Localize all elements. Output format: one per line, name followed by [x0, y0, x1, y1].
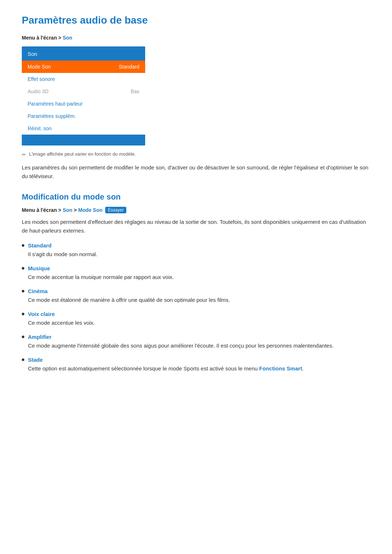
- mode-desc-amplifier: Ce mode augmente l'intensité globale des…: [28, 341, 370, 350]
- pencil-icon: ✏: [22, 152, 26, 157]
- breadcrumb2-prefix: Menu à l'écran >: [22, 207, 61, 213]
- menu-row-label-mode-son: Mode Son: [28, 64, 51, 70]
- bullet-dot-amplifier: [22, 336, 24, 338]
- breadcrumb2-sep1: >: [74, 207, 77, 213]
- menu-row-reinit[interactable]: Réinit. son: [22, 122, 145, 135]
- breadcrumb: Menu à l'écran > Son: [22, 35, 370, 41]
- mode-name-stade: Stade: [28, 357, 43, 363]
- mode-name-amplifier: Amplifier: [28, 334, 52, 340]
- mode-bullet-row-standard: Standard: [22, 242, 370, 249]
- menu-row-value-audio3d: Bas: [131, 89, 139, 94]
- mode-bullet-row-musique: Musique: [22, 265, 370, 271]
- section-title: Modification du mode son: [22, 192, 370, 202]
- breadcrumb-son-link[interactable]: Son: [63, 35, 72, 41]
- mode-name-standard: Standard: [28, 242, 52, 249]
- list-item-musique: Musique Ce mode accentue la musique norm…: [22, 265, 370, 282]
- description: Les paramètres du son permettent de modi…: [22, 163, 370, 181]
- menu-row-mode-son[interactable]: Mode Son Standard: [22, 61, 145, 73]
- list-item-amplifier: Amplifier Ce mode augmente l'intensité g…: [22, 334, 370, 350]
- breadcrumb2: Menu à l'écran > Son > Mode SonEssayer: [22, 207, 370, 213]
- list-item-voix-claire: Voix claire Ce mode accentue les voix.: [22, 311, 370, 327]
- menu-header: Son: [22, 46, 145, 61]
- menu-row-label-supplem: Paramètres supplém.: [28, 113, 76, 119]
- bullet-dot-voix-claire: [22, 313, 24, 315]
- mode-desc-cinema: Ce mode est étalonné de manière à offrir…: [28, 296, 370, 304]
- breadcrumb2-son-link[interactable]: Son: [63, 207, 72, 213]
- breadcrumb2-modeson-link[interactable]: Mode Son: [78, 207, 102, 213]
- bullet-dot-musique: [22, 267, 24, 270]
- fonctions-smart-link[interactable]: Fonctions Smart: [259, 365, 302, 372]
- menu-row-value-mode-son: Standard: [119, 64, 139, 70]
- menu-row-label-audio3d: Audio 3D: [28, 89, 49, 94]
- breadcrumb-prefix: Menu à l'écran >: [22, 35, 63, 41]
- menu-row-effet-sonore[interactable]: Effet sonore: [22, 73, 145, 85]
- mode-bullet-row-amplifier: Amplifier: [22, 334, 370, 340]
- mode-name-musique: Musique: [28, 265, 50, 271]
- note-text: L'image affichée peut varier en fonction…: [29, 151, 136, 157]
- bullet-dot-standard: [22, 244, 24, 247]
- bullet-dot-stade: [22, 358, 24, 361]
- menu-spacer: [22, 135, 145, 145]
- mode-desc-stade: Cette option est automatiquement sélecti…: [28, 364, 370, 373]
- mode-list: Standard Il s'agit du mode son normal. M…: [22, 242, 370, 373]
- mode-desc-musique: Ce mode accentue la musique normale par …: [28, 273, 370, 282]
- note-row: ✏ L'image affichée peut varier en foncti…: [22, 151, 370, 157]
- page-title: Paramètres audio de base: [22, 15, 370, 26]
- mode-name-voix-claire: Voix claire: [28, 311, 55, 317]
- mode-bullet-row-voix-claire: Voix claire: [22, 311, 370, 317]
- list-item-standard: Standard Il s'agit du mode son normal.: [22, 242, 370, 259]
- try-badge[interactable]: Essayer: [105, 207, 126, 213]
- mode-bullet-row-stade: Stade: [22, 357, 370, 363]
- menu-row-haut-parleur[interactable]: Paramètres haut-parleur: [22, 98, 145, 110]
- menu-row-label-reinit: Réinit. son: [28, 126, 52, 131]
- mode-desc-voix-claire: Ce mode accentue les voix.: [28, 319, 370, 327]
- menu-row-label-effet-sonore: Effet sonore: [28, 76, 55, 82]
- menu-box: Son Mode Son Standard Effet sonore Audio…: [22, 46, 145, 145]
- mode-name-cinema: Cinéma: [28, 288, 48, 294]
- list-item-cinema: Cinéma Ce mode est étalonné de manière à…: [22, 288, 370, 304]
- bullet-dot-cinema: [22, 290, 24, 292]
- mode-bullet-row-cinema: Cinéma: [22, 288, 370, 294]
- section-desc: Les modes son permettent d'effectuer des…: [22, 218, 370, 235]
- menu-row-audio3d[interactable]: Audio 3D Bas: [22, 85, 145, 98]
- menu-row-supplem[interactable]: Paramètres supplém.: [22, 110, 145, 122]
- menu-row-label-haut-parleur: Paramètres haut-parleur: [28, 101, 83, 107]
- list-item-stade: Stade Cette option est automatiquement s…: [22, 357, 370, 373]
- mode-desc-standard: Il s'agit du mode son normal.: [28, 250, 370, 259]
